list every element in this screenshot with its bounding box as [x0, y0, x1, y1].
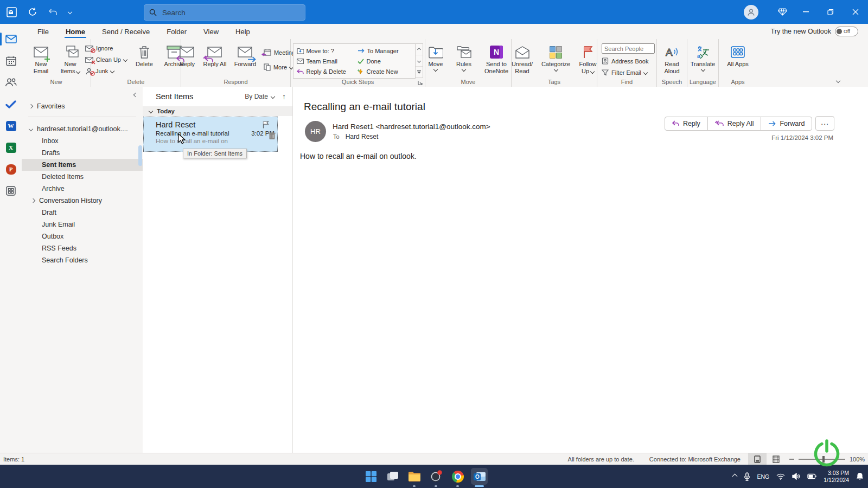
delete-icon [139, 43, 150, 61]
sort-direction-button[interactable]: ↑ [282, 92, 286, 101]
chrome-button[interactable] [449, 468, 466, 485]
collapse-ribbon-chevron-icon[interactable] [836, 79, 840, 83]
forward-button[interactable]: Forward [230, 42, 260, 69]
tray-show-hidden-icons[interactable] [732, 474, 737, 479]
rail-powerpoint-button[interactable]: P [0, 158, 22, 180]
more-actions-button[interactable]: ... [815, 116, 834, 131]
quick-steps-more[interactable] [416, 67, 423, 78]
folder-draft[interactable]: Draft [22, 207, 143, 219]
ignore-button[interactable]: Ignore [84, 43, 129, 54]
clean-up-button[interactable]: Clean Up [84, 54, 129, 66]
obs-studio-button[interactable] [427, 468, 444, 485]
tab-help[interactable]: Help [234, 25, 251, 38]
tab-send-receive[interactable]: Send / Receive [101, 25, 151, 38]
account-avatar[interactable] [744, 5, 758, 20]
read-aloud-button[interactable]: A Read Aloud [659, 42, 686, 76]
tab-file[interactable]: File [36, 25, 50, 38]
quick-step-move-to[interactable]: Move to: ? [297, 46, 358, 56]
account-header[interactable]: hardreset.tutorial1@outlook.... [22, 123, 143, 135]
email-list-item[interactable]: Hard Reset Recalling an e-mail tutorial … [143, 117, 278, 152]
folder-outbox[interactable]: Outbox [22, 230, 143, 242]
minimize-button[interactable] [793, 0, 818, 24]
quick-steps-scroll-up[interactable] [416, 44, 423, 55]
delete-email-icon[interactable] [268, 131, 276, 140]
rules-button[interactable]: Rules [451, 42, 476, 72]
zoom-level[interactable]: 100% [850, 456, 868, 463]
folder-archive[interactable]: Archive [22, 183, 143, 195]
folder-pane-scrollbar[interactable] [138, 145, 142, 166]
customize-toolbar-chevron-icon[interactable] [68, 10, 72, 14]
close-button[interactable] [843, 0, 868, 24]
search-bar[interactable] [144, 4, 305, 21]
wifi-tray-icon[interactable] [776, 473, 785, 480]
move-button[interactable]: Move [423, 42, 448, 72]
reply-button[interactable]: Reply [175, 42, 200, 69]
all-apps-button[interactable]: All Apps [724, 42, 751, 69]
rail-mail-button[interactable] [0, 28, 22, 50]
battery-tray-icon[interactable] [807, 473, 816, 479]
tab-home[interactable]: Home [65, 25, 86, 38]
translate-button[interactable]: a Translate [687, 42, 719, 72]
notifications-bell-icon[interactable] [856, 472, 864, 480]
rail-excel-button[interactable]: X [0, 137, 22, 158]
to-recipient[interactable]: Hard Reset [346, 133, 379, 140]
sender-avatar[interactable]: HR [305, 121, 326, 142]
reply-all-action-button[interactable]: Reply All [707, 117, 761, 130]
tab-folder[interactable]: Folder [165, 25, 188, 38]
volume-tray-icon[interactable] [792, 473, 800, 480]
quick-step-done[interactable]: Done [358, 56, 414, 66]
folder-inbox[interactable]: Inbox [22, 135, 143, 147]
microphone-tray-icon[interactable] [744, 472, 750, 481]
delete-button[interactable]: Delete [132, 42, 157, 69]
folder-rss-feeds[interactable]: RSS Feeds [22, 242, 143, 254]
quick-step-to-manager[interactable]: To Manager [358, 46, 414, 56]
undo-icon[interactable] [48, 8, 58, 16]
tab-view[interactable]: View [202, 25, 220, 38]
rail-people-button[interactable] [0, 72, 22, 93]
reading-view-button[interactable] [748, 453, 767, 465]
search-people-input[interactable] [602, 43, 655, 54]
date-group-header[interactable]: Today [143, 106, 292, 116]
quick-steps-scroll-down[interactable] [416, 55, 423, 67]
search-input[interactable] [161, 8, 272, 17]
start-button[interactable] [362, 468, 379, 485]
rail-word-button[interactable]: W [0, 115, 22, 137]
send-receive-sync-icon[interactable] [28, 7, 37, 17]
junk-button[interactable]: Junk [84, 66, 129, 77]
new-outlook-toggle[interactable]: Off [835, 27, 858, 36]
rail-todo-button[interactable] [0, 93, 22, 115]
flag-icon[interactable] [263, 121, 269, 129]
file-explorer-button[interactable] [406, 468, 423, 485]
rail-calendar-button[interactable] [0, 50, 22, 72]
premium-diamond-icon[interactable] [771, 0, 793, 24]
task-view-button[interactable] [384, 468, 401, 485]
language-indicator[interactable]: ENG [757, 473, 770, 480]
collapse-folder-pane-icon[interactable] [133, 93, 138, 97]
outlook-taskbar-button[interactable]: O [471, 468, 488, 485]
filter-email-button[interactable]: Filter Email [602, 67, 655, 78]
address-book-button[interactable]: Address Book [602, 55, 655, 67]
categorize-button[interactable]: Categorize [539, 42, 573, 72]
folder-junk-email[interactable]: Junk Email [22, 219, 143, 230]
quick-step-create-new[interactable]: Create New [358, 66, 414, 76]
sort-by-date-dropdown[interactable]: By Date [245, 93, 275, 100]
folder-drafts[interactable]: Drafts [22, 147, 143, 159]
taskbar-clock[interactable]: 3:03 PM 1/12/2024 [824, 470, 849, 484]
quick-step-reply-delete[interactable]: Reply & Delete [297, 66, 358, 76]
forward-action-button[interactable]: Forward [761, 117, 812, 130]
normal-view-button[interactable] [767, 453, 785, 465]
reply-all-button[interactable]: Reply All [201, 42, 228, 69]
favorites-section[interactable]: Favorites [22, 100, 143, 112]
new-items-button[interactable]: New Items [56, 42, 85, 76]
unread-read-button[interactable]: Unread/ Read [508, 42, 537, 76]
folder-search-folders[interactable]: Search Folders [22, 254, 143, 266]
restore-button[interactable] [818, 0, 843, 24]
quick-step-team-email[interactable]: Team Email [297, 56, 358, 66]
new-email-button[interactable]: New Email [28, 42, 54, 76]
quick-steps-dialog-launcher-icon[interactable] [418, 80, 423, 85]
folder-sent-items[interactable]: Sent Items [22, 159, 143, 171]
rail-more-apps-button[interactable] [0, 180, 22, 202]
folder-conversation-history[interactable]: Conversation History [22, 195, 143, 207]
reply-action-button[interactable]: Reply [665, 117, 707, 130]
folder-deleted-items[interactable]: Deleted Items [22, 171, 143, 183]
